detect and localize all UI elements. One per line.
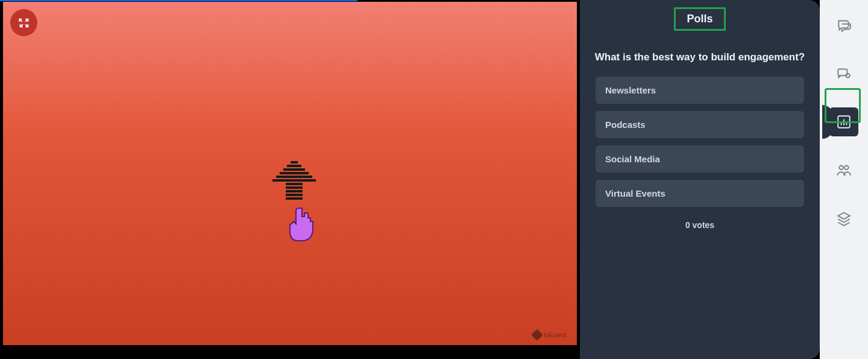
polls-icon [836,114,852,130]
fullscreen-icon [17,16,31,30]
rail-tab-polls[interactable] [829,107,858,136]
poll-votes-count: 0 votes [588,220,811,230]
poll-option-label: Virtual Events [605,188,665,199]
svg-point-19 [844,165,849,170]
video-stage: InEvent [0,0,580,359]
watermark-label: InEvent [544,331,566,338]
panel-header: Polls [588,0,811,34]
video-frame[interactable]: InEvent [3,2,577,345]
fullscreen-button[interactable] [10,9,37,36]
poll-option-podcasts[interactable]: Podcasts [596,111,804,138]
up-arrow-icon [270,156,318,205]
polls-panel: Polls What is the best way to build enga… [580,0,820,359]
poll-option-label: Podcasts [605,119,646,130]
loading-progress-bar [0,0,357,1]
poll-option-social-media[interactable]: Social Media [596,145,804,173]
poll-option-label: Newsletters [605,85,656,95]
watermark-icon [531,329,543,341]
rail-tab-qna[interactable] [829,59,858,88]
svg-point-13 [846,74,850,78]
qna-icon [836,66,852,81]
rail-tab-chat[interactable] [829,11,858,40]
poll-options: Newsletters Podcasts Social Media Virtua… [588,77,811,207]
watermark: InEvent [533,331,566,339]
rail-tab-layers[interactable] [829,204,858,233]
panel-title-label: Polls [687,13,712,25]
poll-question: What is the best way to build engagement… [593,51,807,63]
panel-title: Polls [674,7,725,31]
attendees-icon [836,162,852,178]
poll-option-newsletters[interactable]: Newsletters [596,77,804,104]
poll-option-label: Social Media [605,154,660,164]
rail-tab-attendees[interactable] [829,156,858,185]
side-rail [820,0,868,359]
chat-icon [836,17,852,33]
layers-icon [836,211,852,226]
poll-option-virtual-events[interactable]: Virtual Events [596,180,804,207]
svg-point-18 [839,165,843,170]
hand-cursor-icon [286,207,315,244]
